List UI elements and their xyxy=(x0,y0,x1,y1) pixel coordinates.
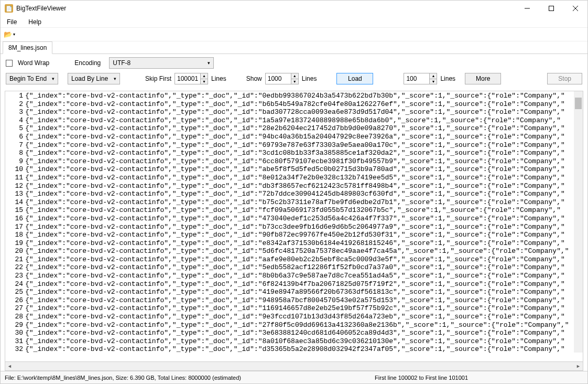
text-line[interactable]: 8{"_index":"core-bvd-v2-contactinfo","_t… xyxy=(6,149,582,157)
encoding-label: Encoding xyxy=(74,59,101,67)
text-line[interactable]: 13{"_index":"core-bvd-v2-contactinfo","_… xyxy=(6,190,582,198)
text-line[interactable]: 14{"_index":"core-bvd-v2-contactinfo","_… xyxy=(6,198,582,207)
statusbar: File: E:\work\temp\8M_lines\8M_lines.jso… xyxy=(1,371,587,383)
text-line[interactable]: 7{"_index":"core-bvd-v2-contactinfo","_t… xyxy=(6,141,582,150)
chevron-down-icon: ▾ xyxy=(52,76,55,81)
text-line[interactable]: 30{"_index":"core-bvd-v2-contactinfo","_… xyxy=(6,329,582,337)
text-line[interactable]: 18{"_index":"core-bvd-v2-contactinfo","_… xyxy=(6,231,582,239)
line-number: 24 xyxy=(6,280,25,289)
load-mode-value: Load By Line xyxy=(71,75,108,82)
text-line[interactable]: 31{"_index":"core-bvd-v2-contactinfo","_… xyxy=(6,337,582,346)
minimize-icon xyxy=(525,6,530,11)
text-line[interactable]: 32{"_index":"core-bvd-v2-contactinfo","_… xyxy=(6,345,582,354)
line-number: 5 xyxy=(6,124,25,133)
text-line[interactable]: 17{"_index":"core-bvd-v2-contactinfo","_… xyxy=(6,223,582,231)
direction-select[interactable]: Begin To End ▾ xyxy=(6,73,58,84)
text-line[interactable]: 11{"_index":"core-bvd-v2-contactinfo","_… xyxy=(6,174,582,182)
spin-down-icon[interactable]: ▼ xyxy=(201,79,208,84)
status-line-range: First line 100002 to First line 101001 xyxy=(375,375,583,381)
line-content: {"_index":"core-bvd-v2-contactinfo","_ty… xyxy=(25,313,582,321)
line-content: {"_index":"core-bvd-v2-contactinfo","_ty… xyxy=(25,288,582,296)
vertical-scrollbar[interactable] xyxy=(574,91,583,353)
line-content: {"_index":"core-bvd-v2-contactinfo","_ty… xyxy=(25,157,582,166)
line-content: {"_index":"core-bvd-v2-contactinfo","_ty… xyxy=(25,141,582,150)
skip-first-spinner[interactable]: ▲▼ xyxy=(175,73,208,84)
stop-button[interactable]: Stop xyxy=(547,73,582,84)
line-content: {"_index":"core-bvd-v2-contactinfo","_ty… xyxy=(25,329,582,337)
scrollbar-thumb[interactable] xyxy=(575,98,582,109)
line-content: {"_index":"core-bvd-v2-contactinfo","_ty… xyxy=(25,116,582,125)
line-number: 7 xyxy=(6,141,25,150)
load-mode-select[interactable]: Load By Line ▾ xyxy=(68,73,120,84)
close-button[interactable] xyxy=(563,1,587,16)
spin-up-icon[interactable]: ▲ xyxy=(291,73,298,79)
text-line[interactable]: 29{"_index":"core-bvd-v2-contactinfo","_… xyxy=(6,321,582,329)
window-title: BigTextFileViewer xyxy=(16,5,66,12)
load-button[interactable]: Load xyxy=(336,73,373,84)
chevron-down-icon: ▾ xyxy=(114,76,116,81)
text-line[interactable]: 6{"_index":"core-bvd-v2-contactinfo","_t… xyxy=(6,133,582,141)
line-number: 11 xyxy=(6,174,25,182)
text-line[interactable]: 15{"_index":"core-bvd-v2-contactinfo","_… xyxy=(6,206,582,215)
menu-file[interactable]: File xyxy=(5,17,19,27)
encoding-select[interactable]: UTF-8 ▾ xyxy=(109,57,214,69)
more-button[interactable]: More xyxy=(465,73,501,84)
more-spinner[interactable]: ▲▼ xyxy=(404,73,437,84)
more-input[interactable] xyxy=(404,73,429,84)
text-line[interactable]: 19{"_index":"core-bvd-v2-contactinfo","_… xyxy=(6,239,582,248)
text-line[interactable]: 26{"_index":"core-bvd-v2-contactinfo","_… xyxy=(6,296,582,305)
text-line[interactable]: 21{"_index":"core-bvd-v2-contactinfo","_… xyxy=(6,255,582,264)
minimize-button[interactable] xyxy=(515,1,539,16)
line-number: 20 xyxy=(6,247,25,255)
line-number: 4 xyxy=(6,116,25,125)
tabbar: 8M_lines.json xyxy=(1,41,587,54)
skip-first-input[interactable] xyxy=(175,73,200,84)
show-spinner[interactable]: ▲▼ xyxy=(265,73,299,84)
spin-down-icon[interactable]: ▼ xyxy=(430,79,437,84)
text-viewer[interactable]: 1{"_index":"core-bvd-v2-contactinfo","_t… xyxy=(5,91,583,362)
text-line[interactable]: 10{"_index":"core-bvd-v2-contactinfo","_… xyxy=(6,165,582,174)
more-unit: Lines xyxy=(440,75,455,82)
line-number: 17 xyxy=(6,223,25,231)
show-unit: Lines xyxy=(302,75,317,82)
tab-file[interactable]: 8M_lines.json xyxy=(3,41,52,54)
line-number: 8 xyxy=(6,149,25,157)
line-number: 21 xyxy=(6,255,25,264)
line-content: {"_index":"core-bvd-v2-contactinfo","_ty… xyxy=(25,182,582,190)
line-number: 23 xyxy=(6,272,25,280)
text-line[interactable]: 25{"_index":"core-bvd-v2-contactinfo","_… xyxy=(6,288,582,296)
show-input[interactable] xyxy=(266,73,291,84)
scroll-right-icon[interactable]: ► xyxy=(574,364,583,369)
text-line[interactable]: 28{"_index":"core-bvd-v2-contactinfo","_… xyxy=(6,313,582,321)
text-line[interactable]: 9{"_index":"core-bvd-v2-contactinfo","_t… xyxy=(6,157,582,166)
text-line[interactable]: 2{"_index":"core-bvd-v2-contactinfo","_t… xyxy=(6,100,582,109)
text-line[interactable]: 5{"_index":"core-bvd-v2-contactinfo","_t… xyxy=(6,124,582,133)
open-file-button[interactable]: 📂▾ xyxy=(4,29,15,40)
line-content: {"_index":"core-bvd-v2-contactinfo","_ty… xyxy=(25,215,582,223)
text-line[interactable]: 16{"_index":"core-bvd-v2-contactinfo","_… xyxy=(6,215,582,223)
line-content: {"_index":"core-bvd-v2-contactinfo","_ty… xyxy=(25,255,582,264)
direction-value: Begin To End xyxy=(9,75,47,82)
text-line[interactable]: 24{"_index":"core-bvd-v2-contactinfo","_… xyxy=(6,280,582,289)
menu-help[interactable]: Help xyxy=(26,17,43,27)
maximize-button[interactable] xyxy=(539,1,563,16)
line-content: {"_index":"core-bvd-v2-contactinfo","_ty… xyxy=(25,133,582,141)
spin-up-icon[interactable]: ▲ xyxy=(430,73,437,79)
encoding-value: UTF-8 xyxy=(113,59,130,67)
text-line[interactable]: 12{"_index":"core-bvd-v2-contactinfo","_… xyxy=(6,182,582,190)
scroll-left-icon[interactable]: ◄ xyxy=(5,364,14,369)
text-line[interactable]: 23{"_index":"core-bvd-v2-contactinfo","_… xyxy=(6,272,582,280)
skip-first-label: Skip First xyxy=(145,75,171,82)
text-line[interactable]: 4{"_index":"core-bvd-v2-contactinfo","_t… xyxy=(6,116,582,125)
line-content: {"_index":"core-bvd-v2-contactinfo","_ty… xyxy=(25,124,582,133)
text-line[interactable]: 27{"_index":"core-bvd-v2-contactinfo","_… xyxy=(6,304,582,313)
line-content: {"_index":"core-bvd-v2-contactinfo","_ty… xyxy=(25,337,582,346)
spin-up-icon[interactable]: ▲ xyxy=(201,73,208,79)
horizontal-scrollbar[interactable]: ◄ ► xyxy=(5,362,583,371)
text-line[interactable]: 22{"_index":"core-bvd-v2-contactinfo","_… xyxy=(6,263,582,272)
text-line[interactable]: 20{"_index":"core-bvd-v2-contactinfo","_… xyxy=(6,247,582,255)
word-wrap-checkbox[interactable] xyxy=(6,60,13,67)
text-line[interactable]: 3{"_index":"core-bvd-v2-contactinfo","_t… xyxy=(6,108,582,116)
text-line[interactable]: 1{"_index":"core-bvd-v2-contactinfo","_t… xyxy=(6,92,582,100)
spin-down-icon[interactable]: ▼ xyxy=(291,79,298,84)
